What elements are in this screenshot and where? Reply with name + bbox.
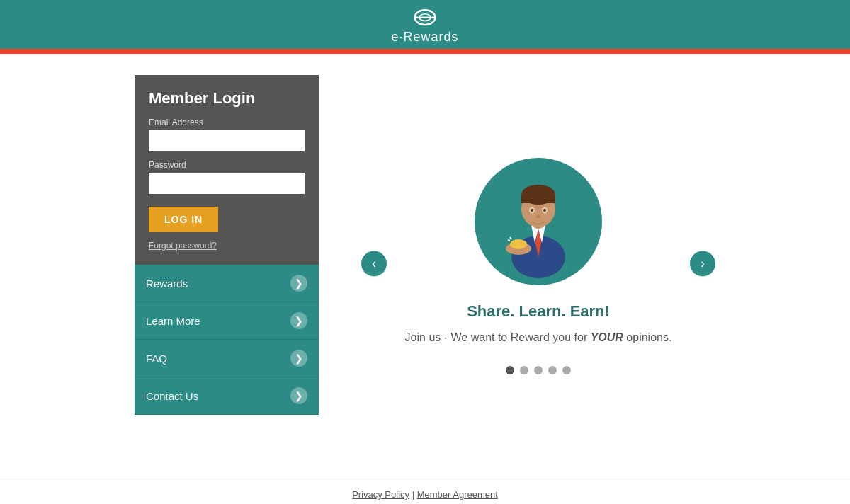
carousel-image [475, 158, 602, 285]
nav-contact-us[interactable]: Contact Us ❯ [135, 377, 319, 415]
login-button[interactable]: LOG IN [149, 207, 218, 232]
logo-icon [411, 7, 439, 28]
svg-point-16 [536, 215, 540, 218]
carousel-dot-2[interactable] [520, 366, 528, 374]
nav-faq-label: FAQ [146, 353, 167, 365]
carousel-dot-3[interactable] [534, 366, 543, 374]
carousel-dot-4[interactable] [548, 366, 557, 374]
main-content: Member Login Email Address Password LOG … [0, 54, 850, 479]
carousel-title: Share. Learn. Earn! [467, 302, 610, 321]
nav-rewards-label: Rewards [146, 277, 188, 290]
email-label: Email Address [149, 118, 305, 127]
nav-contact-us-label: Contact Us [146, 390, 198, 402]
nav-learn-more-label: Learn More [146, 315, 200, 327]
login-title: Member Login [149, 89, 305, 108]
svg-rect-11 [521, 195, 555, 203]
nav-learn-more[interactable]: Learn More ❯ [135, 302, 319, 340]
carousel-next-button[interactable]: › [690, 251, 715, 276]
nav-contact-us-arrow: ❯ [290, 387, 307, 404]
password-label: Password [149, 160, 305, 170]
carousel-panel: ‹ › [361, 75, 715, 457]
nav-buttons: Rewards ❯ Learn More ❯ FAQ ❯ Contact Us … [135, 265, 319, 415]
forgot-password-link[interactable]: Forgot password? [149, 241, 305, 251]
logo: e·Rewards [391, 7, 458, 45]
logo-text: e·Rewards [391, 30, 458, 45]
password-input[interactable] [149, 173, 305, 194]
person-illustration [482, 165, 595, 278]
carousel-description: Join us - We want to Reward you for YOUR… [405, 329, 672, 346]
privacy-policy-link[interactable]: Privacy Policy [352, 489, 409, 500]
svg-point-14 [531, 209, 533, 212]
nav-rewards[interactable]: Rewards ❯ [135, 265, 319, 302]
svg-point-18 [510, 239, 527, 249]
login-box: Member Login Email Address Password LOG … [135, 75, 319, 265]
header: e·Rewards [0, 0, 850, 51]
carousel-dot-1[interactable] [506, 366, 514, 374]
carousel-prev-button[interactable]: ‹ [361, 251, 387, 276]
svg-point-15 [543, 209, 546, 212]
carousel-dots [506, 366, 571, 374]
nav-faq-arrow: ❯ [290, 350, 307, 367]
footer-separator: | [412, 489, 417, 500]
nav-rewards-arrow: ❯ [290, 275, 307, 292]
left-panel: Member Login Email Address Password LOG … [135, 75, 319, 457]
svg-line-20 [508, 240, 510, 241]
member-agreement-link[interactable]: Member Agreement [417, 489, 498, 500]
carousel-dot-5[interactable] [562, 366, 571, 374]
nav-learn-more-arrow: ❯ [290, 312, 307, 329]
footer: Privacy Policy | Member Agreement [0, 479, 850, 504]
email-input[interactable] [149, 130, 305, 151]
nav-faq[interactable]: FAQ ❯ [135, 340, 319, 377]
